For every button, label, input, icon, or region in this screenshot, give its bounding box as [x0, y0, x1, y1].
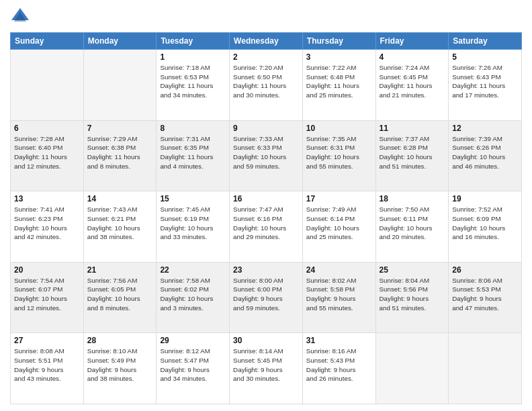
calendar: SundayMondayTuesdayWednesdayThursdayFrid… — [10, 32, 522, 404]
table-row: 10Sunrise: 7:35 AM Sunset: 6:31 PM Dayli… — [302, 120, 375, 191]
calendar-week-3: 13Sunrise: 7:41 AM Sunset: 6:23 PM Dayli… — [11, 191, 522, 263]
day-header-thursday: Thursday — [302, 33, 375, 50]
day-info: Sunrise: 7:22 AM Sunset: 6:48 PM Dayligh… — [306, 63, 372, 100]
calendar-week-1: 1Sunrise: 7:18 AM Sunset: 6:53 PM Daylig… — [11, 50, 522, 121]
day-number: 23 — [233, 265, 299, 275]
day-header-saturday: Saturday — [449, 33, 522, 50]
day-info: Sunrise: 8:16 AM Sunset: 5:43 PM Dayligh… — [306, 347, 372, 383]
day-info: Sunrise: 7:50 AM Sunset: 6:11 PM Dayligh… — [380, 205, 445, 242]
day-number: 26 — [452, 265, 518, 275]
day-info: Sunrise: 7:26 AM Sunset: 6:43 PM Dayligh… — [452, 63, 518, 100]
day-header-wednesday: Wednesday — [230, 33, 303, 50]
table-row: 17Sunrise: 7:49 AM Sunset: 6:14 PM Dayli… — [302, 191, 375, 263]
table-row: 15Sunrise: 7:45 AM Sunset: 6:19 PM Dayli… — [157, 191, 230, 263]
table-row: 1Sunrise: 7:18 AM Sunset: 6:53 PM Daylig… — [157, 50, 230, 121]
day-info: Sunrise: 7:54 AM Sunset: 6:07 PM Dayligh… — [14, 276, 80, 313]
day-header-friday: Friday — [375, 33, 449, 50]
day-number: 5 — [452, 52, 518, 62]
day-info: Sunrise: 7:45 AM Sunset: 6:19 PM Dayligh… — [160, 205, 226, 242]
logo — [10, 7, 33, 27]
day-info: Sunrise: 7:35 AM Sunset: 6:31 PM Dayligh… — [306, 134, 372, 171]
day-number: 2 — [233, 52, 299, 62]
day-number: 27 — [14, 336, 80, 345]
day-info: Sunrise: 7:39 AM Sunset: 6:26 PM Dayligh… — [452, 134, 518, 171]
table-row: 13Sunrise: 7:41 AM Sunset: 6:23 PM Dayli… — [11, 191, 84, 263]
day-info: Sunrise: 7:47 AM Sunset: 6:16 PM Dayligh… — [233, 205, 299, 242]
table-row: 31Sunrise: 8:16 AM Sunset: 5:43 PM Dayli… — [302, 333, 375, 404]
calendar-week-2: 6Sunrise: 7:28 AM Sunset: 6:40 PM Daylig… — [11, 120, 522, 191]
day-info: Sunrise: 7:41 AM Sunset: 6:23 PM Dayligh… — [14, 205, 80, 242]
day-info: Sunrise: 8:06 AM Sunset: 5:53 PM Dayligh… — [452, 276, 518, 313]
table-row: 25Sunrise: 8:04 AM Sunset: 5:56 PM Dayli… — [375, 262, 449, 333]
day-number: 10 — [306, 124, 372, 133]
table-row: 26Sunrise: 8:06 AM Sunset: 5:53 PM Dayli… — [449, 262, 522, 333]
table-row: 30Sunrise: 8:14 AM Sunset: 5:45 PM Dayli… — [230, 333, 303, 404]
table-row: 9Sunrise: 7:33 AM Sunset: 6:33 PM Daylig… — [230, 120, 303, 191]
day-info: Sunrise: 8:08 AM Sunset: 5:51 PM Dayligh… — [14, 347, 80, 383]
day-number: 17 — [306, 194, 372, 203]
day-number: 16 — [233, 194, 299, 203]
day-number: 29 — [160, 336, 226, 345]
table-row: 24Sunrise: 8:02 AM Sunset: 5:58 PM Dayli… — [302, 262, 375, 333]
day-info: Sunrise: 8:02 AM Sunset: 5:58 PM Dayligh… — [306, 276, 372, 313]
day-info: Sunrise: 8:04 AM Sunset: 5:56 PM Dayligh… — [380, 276, 445, 313]
day-info: Sunrise: 7:18 AM Sunset: 6:53 PM Dayligh… — [160, 63, 226, 100]
table-row: 3Sunrise: 7:22 AM Sunset: 6:48 PM Daylig… — [302, 50, 375, 121]
day-header-tuesday: Tuesday — [157, 33, 230, 50]
table-row: 23Sunrise: 8:00 AM Sunset: 6:00 PM Dayli… — [230, 262, 303, 333]
day-info: Sunrise: 7:37 AM Sunset: 6:28 PM Dayligh… — [380, 134, 445, 171]
day-info: Sunrise: 7:43 AM Sunset: 6:21 PM Dayligh… — [87, 205, 153, 242]
day-info: Sunrise: 8:10 AM Sunset: 5:49 PM Dayligh… — [87, 347, 153, 383]
day-info: Sunrise: 7:56 AM Sunset: 6:05 PM Dayligh… — [87, 276, 153, 313]
day-header-sunday: Sunday — [11, 33, 84, 50]
day-info: Sunrise: 7:31 AM Sunset: 6:35 PM Dayligh… — [160, 134, 226, 171]
day-number: 20 — [14, 265, 80, 275]
day-number: 19 — [452, 194, 518, 203]
day-number: 12 — [452, 124, 518, 133]
day-header-monday: Monday — [83, 33, 157, 50]
day-number: 25 — [380, 265, 445, 275]
table-row: 7Sunrise: 7:29 AM Sunset: 6:38 PM Daylig… — [83, 120, 157, 191]
table-row: 11Sunrise: 7:37 AM Sunset: 6:28 PM Dayli… — [375, 120, 449, 191]
table-row: 20Sunrise: 7:54 AM Sunset: 6:07 PM Dayli… — [11, 262, 84, 333]
calendar-week-4: 20Sunrise: 7:54 AM Sunset: 6:07 PM Dayli… — [11, 262, 522, 333]
day-info: Sunrise: 7:28 AM Sunset: 6:40 PM Dayligh… — [14, 134, 80, 171]
day-number: 18 — [380, 194, 445, 203]
day-info: Sunrise: 7:20 AM Sunset: 6:50 PM Dayligh… — [233, 63, 299, 100]
table-row: 6Sunrise: 7:28 AM Sunset: 6:40 PM Daylig… — [11, 120, 84, 191]
day-number: 24 — [306, 265, 372, 275]
day-number: 4 — [380, 52, 445, 62]
day-number: 22 — [160, 265, 226, 275]
table-row: 22Sunrise: 7:58 AM Sunset: 6:02 PM Dayli… — [157, 262, 230, 333]
table-row: 2Sunrise: 7:20 AM Sunset: 6:50 PM Daylig… — [230, 50, 303, 121]
table-row: 27Sunrise: 8:08 AM Sunset: 5:51 PM Dayli… — [11, 333, 84, 404]
day-info: Sunrise: 8:00 AM Sunset: 6:00 PM Dayligh… — [233, 276, 299, 313]
day-number: 3 — [306, 52, 372, 62]
logo-icon — [10, 7, 30, 27]
day-number: 21 — [87, 265, 153, 275]
page: SundayMondayTuesdayWednesdayThursdayFrid… — [0, 0, 532, 411]
table-row — [83, 50, 157, 121]
day-info: Sunrise: 7:58 AM Sunset: 6:02 PM Dayligh… — [160, 276, 226, 313]
day-info: Sunrise: 8:12 AM Sunset: 5:47 PM Dayligh… — [160, 347, 226, 383]
day-number: 9 — [233, 124, 299, 133]
table-row: 29Sunrise: 8:12 AM Sunset: 5:47 PM Dayli… — [157, 333, 230, 404]
day-number: 30 — [233, 336, 299, 345]
day-info: Sunrise: 8:14 AM Sunset: 5:45 PM Dayligh… — [233, 347, 299, 383]
table-row: 18Sunrise: 7:50 AM Sunset: 6:11 PM Dayli… — [375, 191, 449, 263]
day-number: 15 — [160, 194, 226, 203]
day-info: Sunrise: 7:33 AM Sunset: 6:33 PM Dayligh… — [233, 134, 299, 171]
calendar-week-5: 27Sunrise: 8:08 AM Sunset: 5:51 PM Dayli… — [11, 333, 522, 404]
table-row: 28Sunrise: 8:10 AM Sunset: 5:49 PM Dayli… — [83, 333, 157, 404]
day-number: 11 — [380, 124, 445, 133]
day-number: 8 — [160, 124, 226, 133]
table-row: 19Sunrise: 7:52 AM Sunset: 6:09 PM Dayli… — [449, 191, 522, 263]
day-number: 13 — [14, 194, 80, 203]
table-row: 16Sunrise: 7:47 AM Sunset: 6:16 PM Dayli… — [230, 191, 303, 263]
table-row: 12Sunrise: 7:39 AM Sunset: 6:26 PM Dayli… — [449, 120, 522, 191]
day-number: 1 — [160, 52, 226, 62]
day-info: Sunrise: 7:52 AM Sunset: 6:09 PM Dayligh… — [452, 205, 518, 242]
day-number: 28 — [87, 336, 153, 345]
day-number: 7 — [87, 124, 153, 133]
table-row: 5Sunrise: 7:26 AM Sunset: 6:43 PM Daylig… — [449, 50, 522, 121]
